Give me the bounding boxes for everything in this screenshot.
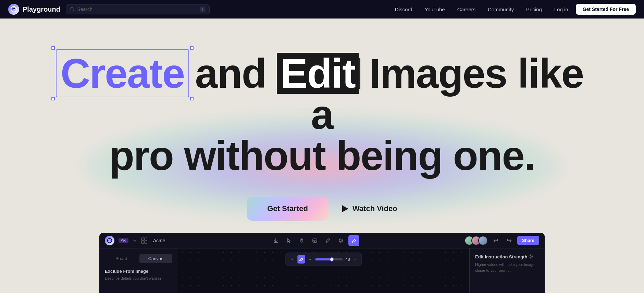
- strength-value: 48: [345, 257, 350, 262]
- image-icon[interactable]: [309, 235, 320, 246]
- hand-icon[interactable]: [296, 235, 307, 246]
- search-input[interactable]: [77, 7, 197, 12]
- nav-links: Discord YouTube Careers Community Pricin…: [390, 4, 636, 15]
- selection-handle-tl: [51, 46, 55, 50]
- tab-canvas[interactable]: Canvas: [139, 254, 173, 263]
- nav-link-careers[interactable]: Careers: [453, 4, 480, 14]
- pen-tool-active[interactable]: [297, 255, 305, 264]
- workspace-name: Acme: [153, 238, 165, 243]
- auto-layout-icon[interactable]: [290, 257, 295, 262]
- app-preview: Pro Acme: [99, 233, 545, 293]
- panel-desc: Higher values will make your image close…: [475, 262, 539, 273]
- hero-headline: Create and Edit Images like a pro withou…: [48, 53, 596, 176]
- selection-handle-bl: [51, 97, 55, 100]
- nav-link-youtube[interactable]: YouTube: [420, 4, 450, 14]
- get-started-button[interactable]: Get Started: [247, 197, 329, 221]
- panel-title: Edit Instruction Strength ⓪: [475, 254, 539, 260]
- svg-rect-6: [141, 241, 144, 243]
- logo-icon: [8, 4, 19, 15]
- avatar-3: [478, 236, 488, 245]
- export-icon[interactable]: [270, 235, 281, 246]
- selection-handle-br: [190, 97, 194, 100]
- logo-text: Playground: [23, 5, 60, 13]
- nav-cta-button[interactable]: Get Started For Free: [576, 4, 636, 15]
- svg-rect-8: [274, 242, 278, 243]
- app-right-panel: Edit Instruction Strength ⓪ Higher value…: [469, 248, 545, 293]
- navbar: Playground / Discord YouTube Careers Com…: [0, 0, 644, 19]
- svg-rect-4: [141, 238, 144, 240]
- hero-section: Create and Edit Images like a pro withou…: [0, 19, 644, 293]
- app-canvas: 48: [178, 248, 469, 293]
- hero-actions: Get Started Watch Video: [247, 197, 397, 221]
- watch-video-button[interactable]: Watch Video: [342, 204, 397, 213]
- tab-board[interactable]: Board: [105, 254, 138, 263]
- app-logo-small: [105, 236, 114, 245]
- svg-rect-5: [145, 238, 147, 240]
- sidebar-section-title: Exclude From Image: [105, 269, 172, 274]
- nav-link-community[interactable]: Community: [483, 4, 519, 14]
- toolbar-right: ↩ ↪ Share: [465, 235, 539, 246]
- info-icon[interactable]: ⓪: [529, 254, 533, 260]
- dropdown-arrow-icon[interactable]: [133, 239, 137, 243]
- effects-icon[interactable]: [335, 235, 346, 246]
- word-create: Create: [61, 50, 185, 96]
- cursor-icon[interactable]: [283, 235, 294, 246]
- search-bar[interactable]: /: [66, 4, 210, 14]
- search-shortcut: /: [200, 7, 205, 12]
- brush-icon[interactable]: [322, 235, 333, 246]
- nav-link-discord[interactable]: Discord: [390, 4, 417, 14]
- canvas-toolbar: 48: [285, 253, 362, 266]
- word-edit: Edit: [277, 53, 359, 94]
- share-button[interactable]: Share: [517, 236, 539, 245]
- align-icon[interactable]: [308, 257, 312, 262]
- nav-logo[interactable]: Playground: [8, 4, 60, 15]
- watch-video-label: Watch Video: [352, 204, 397, 213]
- search-icon: [70, 7, 74, 12]
- nav-login[interactable]: Log in: [549, 4, 573, 14]
- svg-rect-7: [145, 241, 147, 243]
- app-sidebar: Board Canvas Exclude From Image Describe…: [99, 248, 178, 293]
- trash-icon[interactable]: [353, 257, 358, 262]
- layout-icon[interactable]: [141, 237, 148, 244]
- redo-button[interactable]: ↪: [504, 235, 515, 246]
- cursor-blink: [359, 58, 360, 89]
- undo-button[interactable]: ↩: [491, 235, 501, 246]
- strength-slider[interactable]: [315, 258, 343, 260]
- panel-title-text: Edit Instruction Strength: [475, 254, 527, 259]
- slider-thumb: [330, 257, 334, 261]
- highlight-active-icon[interactable]: [348, 235, 359, 246]
- toolbar-center: [270, 235, 359, 246]
- svg-line-2: [73, 10, 74, 11]
- pro-badge: Pro: [119, 238, 128, 243]
- app-topbar: Pro Acme: [99, 233, 545, 248]
- svg-point-0: [11, 7, 16, 12]
- app-content: Board Canvas Exclude From Image Describe…: [99, 248, 545, 293]
- play-icon: [342, 205, 348, 212]
- nav-link-pricing[interactable]: Pricing: [521, 4, 547, 14]
- svg-point-3: [108, 238, 112, 243]
- sidebar-section-desc: Describe details you don't want in: [105, 276, 172, 281]
- selection-handle-tr: [190, 46, 194, 50]
- headline-line2: pro without being one.: [109, 133, 535, 179]
- sidebar-tabs: Board Canvas: [105, 254, 172, 263]
- word-and: and: [195, 50, 266, 96]
- avatar-group: [465, 236, 488, 245]
